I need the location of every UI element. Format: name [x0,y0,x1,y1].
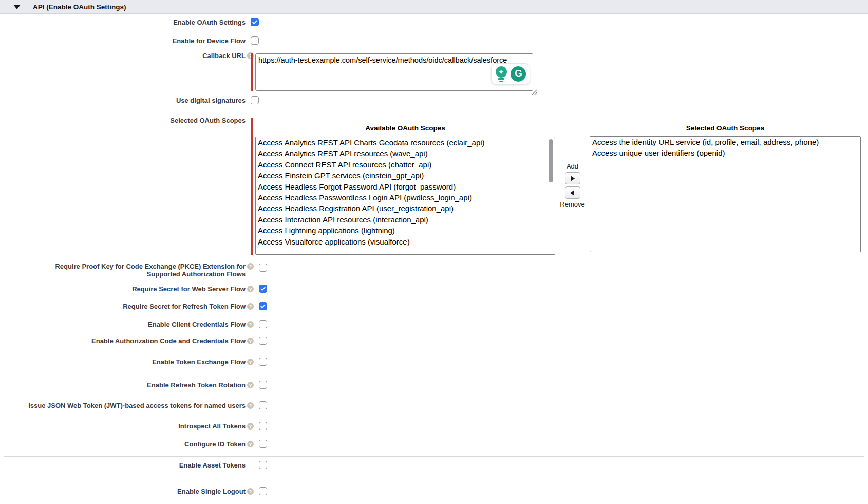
refresh-token-secret-label: Require Secret for Refresh Token Flow [0,303,246,310]
web-server-secret-label: Require Secret for Web Server Flow [0,285,246,293]
scope-option[interactable]: Access Lightning applications (lightning… [256,225,555,236]
oauth-scopes-label: Selected OAuth Scopes [0,117,246,124]
help-icon[interactable] [247,303,254,310]
auth-code-credentials-label: Enable Authorization Code and Credential… [0,337,246,345]
scope-option[interactable]: Access Analytics REST API resources (wav… [256,148,555,159]
scope-option[interactable]: Access Headless Registration API (user_r… [256,203,555,214]
help-icon[interactable] [247,338,254,344]
required-indicator-bar [251,118,253,255]
introspect-label: Introspect All Tokens [0,422,246,430]
collapse-triangle-icon[interactable] [13,5,21,9]
row-pkce: Require Proof Key for Code Exchange (PKC… [0,263,575,278]
grammarly-icon[interactable]: G [511,66,526,82]
help-icon[interactable] [247,382,254,388]
required-indicator-bar [251,53,253,91]
add-remove-controls: Add Remove [555,137,590,208]
available-scopes-listbox[interactable]: Access Analytics REST API Charts Geodata… [255,137,555,255]
grammarly-widget: G [491,63,530,85]
row-refresh-token-secret: Require Secret for Refresh Token Flow [0,303,575,310]
help-icon[interactable] [247,286,254,292]
scope-option[interactable]: Access Connect REST API resources (chatt… [256,159,555,170]
row-auth-code-credentials: Enable Authorization Code and Credential… [0,337,575,345]
enable-oauth-label: Enable OAuth Settings [0,18,246,26]
enable-oauth-checkbox[interactable] [251,18,259,26]
row-configure-id-token: Configure ID Token [0,440,575,448]
add-button[interactable] [565,172,580,184]
scrollbar-thumb[interactable] [549,139,553,182]
row-oauth-scopes: Selected OAuth Scopes [0,117,575,124]
configure-id-token-label: Configure ID Token [0,440,246,448]
asset-tokens-checkbox[interactable] [259,461,267,469]
callback-url-label: Callback URL [0,52,246,60]
web-server-secret-checkbox[interactable] [259,285,267,293]
device-flow-checkbox[interactable] [251,36,259,45]
left-arrow-icon [570,190,575,196]
checkmark-icon [260,286,266,292]
selected-scopes-listbox[interactable]: Access the identity URL service (id, pro… [590,136,861,252]
help-icon[interactable] [247,488,254,495]
oauth-settings-page: { "colors": { "accent_blue": "#2e73f5", … [0,0,868,504]
pkce-label-line2: Supported Authorization Flows [147,270,246,278]
checkmark-icon [252,19,258,25]
divider [4,435,864,435]
section-header: API (Enable OAuth Settings) [0,0,868,14]
section-title: API (Enable OAuth Settings) [33,3,126,11]
row-device-flow: Enable for Device Flow [0,37,575,45]
scope-option[interactable]: Access Einstein GPT services (einstein_g… [256,170,555,181]
scope-option[interactable]: Access Headless Passwordless Login API (… [256,192,555,203]
help-icon[interactable] [247,423,254,430]
digital-signatures-checkbox[interactable] [251,96,259,104]
available-scopes-header: Available OAuth Scopes [255,124,555,132]
jwt-tokens-checkbox[interactable] [259,401,267,409]
token-exchange-label: Enable Token Exchange Flow [0,358,246,366]
scope-option[interactable]: Access Interaction API resources (intera… [256,214,555,225]
help-icon[interactable] [247,359,254,365]
suggestion-bulb-icon[interactable] [495,66,507,82]
asset-tokens-label: Enable Asset Tokens [0,461,246,469]
row-enable-oauth: Enable OAuth Settings [0,18,575,26]
introspect-checkbox[interactable] [259,422,267,430]
pkce-checkbox[interactable] [259,264,267,272]
row-single-logout: Enable Single Logout [0,488,575,495]
callback-url-field-wrap: https://auth-test.example.com/self-servi… [255,53,533,91]
refresh-token-secret-checkbox[interactable] [259,302,267,310]
token-exchange-checkbox[interactable] [259,358,267,366]
auth-code-credentials-checkbox[interactable] [259,337,267,345]
row-introspect: Introspect All Tokens [0,422,575,430]
pkce-label: Require Proof Key for Code Exchange (PKC… [0,263,246,278]
help-icon[interactable] [247,402,254,409]
scope-option[interactable]: Access unique user identifiers (openid) [590,147,860,158]
row-token-exchange: Enable Token Exchange Flow [0,358,575,366]
pkce-label-line1: Require Proof Key for Code Exchange (PKC… [55,263,246,270]
row-jwt-tokens: Issue JSON Web Token (JWT)-based access … [0,402,575,409]
row-web-server-secret: Require Secret for Web Server Flow [0,285,575,293]
row-refresh-rotation: Enable Refresh Token Rotation [0,381,575,389]
available-scopes-options: Access Analytics REST API Charts Geodata… [256,137,555,247]
help-icon[interactable] [247,321,254,328]
row-asset-tokens: Enable Asset Tokens [0,461,575,469]
scope-option[interactable]: Access Analytics REST API Charts Geodata… [256,137,555,148]
row-client-credentials: Enable Client Credentials Flow [0,321,575,328]
scope-option[interactable]: Access Visualforce applications (visualf… [256,236,555,247]
remove-button[interactable] [565,186,580,199]
selected-scopes-header: Selected OAuth Scopes [590,124,861,132]
jwt-tokens-label: Issue JSON Web Token (JWT)-based access … [0,402,246,409]
refresh-rotation-label: Enable Refresh Token Rotation [0,381,246,389]
remove-label: Remove [560,200,584,208]
help-icon[interactable] [247,441,254,447]
right-arrow-icon [570,176,575,181]
configure-id-token-checkbox[interactable] [259,440,267,448]
single-logout-label: Enable Single Logout [0,488,246,495]
scope-option[interactable]: Access the identity URL service (id, pro… [590,137,860,147]
client-credentials-label: Enable Client Credentials Flow [0,321,246,328]
device-flow-label: Enable for Device Flow [0,37,246,45]
client-credentials-checkbox[interactable] [259,320,267,328]
help-icon[interactable] [247,263,254,270]
refresh-rotation-checkbox[interactable] [259,381,267,389]
scope-option[interactable]: Access Headless Forgot Password API (for… [256,181,555,192]
divider [4,456,864,457]
single-logout-checkbox[interactable] [259,487,267,495]
selected-scopes-options: Access the identity URL service (id, pro… [590,137,860,159]
divider [4,483,864,483]
resize-handle-icon[interactable] [531,88,537,95]
